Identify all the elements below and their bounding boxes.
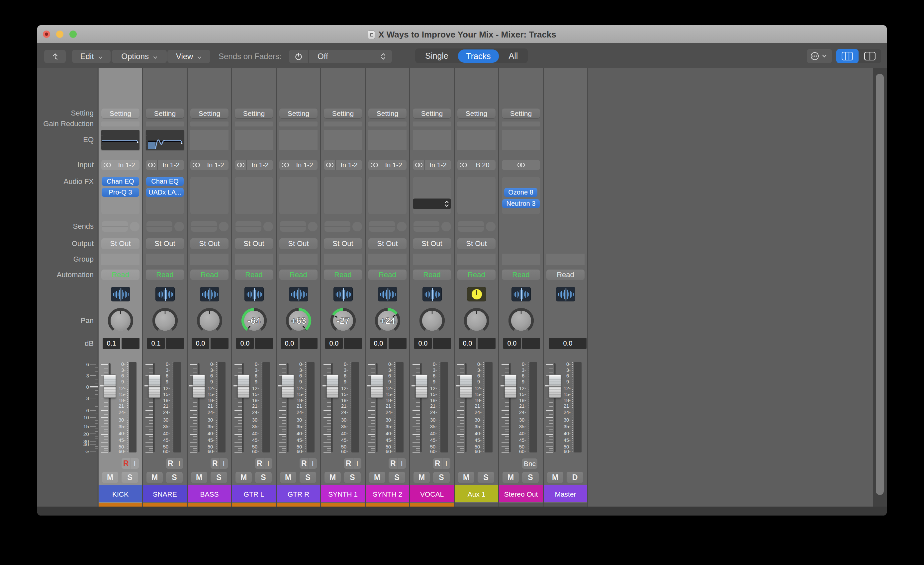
svg-text:-27: -27 (336, 316, 349, 326)
svg-text:+24: +24 (380, 316, 395, 326)
svg-text:-64: -64 (248, 316, 260, 326)
svg-text:+63: +63 (291, 316, 306, 326)
